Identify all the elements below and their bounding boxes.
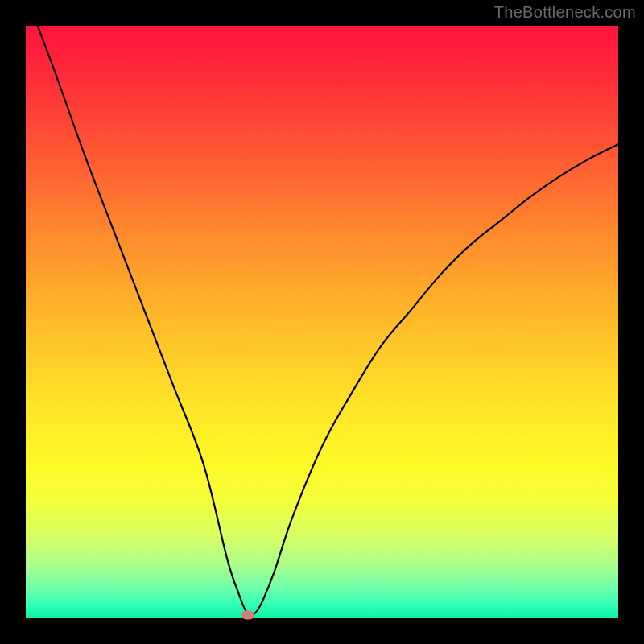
bottleneck-curve — [26, 26, 618, 618]
chart-frame: TheBottleneck.com — [0, 0, 644, 644]
watermark-text: TheBottleneck.com — [494, 3, 636, 22]
plot-area — [26, 26, 618, 618]
minimum-marker — [242, 610, 254, 619]
